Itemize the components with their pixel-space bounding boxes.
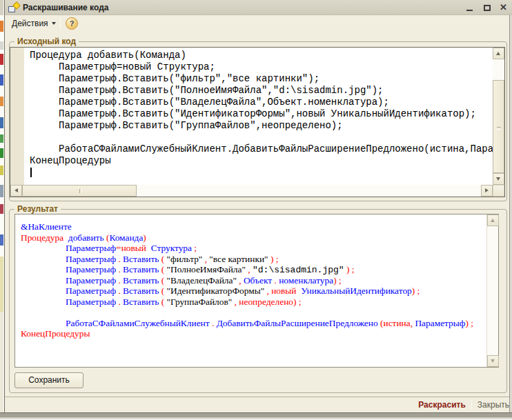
arrow-up-icon [496, 52, 500, 55]
background-fragment [0, 41, 3, 50]
background-fragment [0, 204, 3, 214]
thumb-grip [497, 127, 501, 130]
scroll-down-button[interactable] [493, 173, 504, 185]
toolbar: Действия ? [5, 15, 512, 32]
maximize-icon [484, 5, 491, 11]
colorize-button[interactable]: Раскрасить [418, 400, 466, 410]
help-icon: ? [70, 19, 75, 28]
source-code-text[interactable]: Процедура добавить(Команда) Параметрыф=н… [24, 48, 493, 185]
background-fragment [0, 234, 3, 246]
dialog-window: Раскрашивание кода ✕ Действия ? Исходный… [4, 0, 512, 412]
window-icon [8, 1, 20, 14]
scroll-up-button[interactable] [493, 48, 504, 59]
background-fragment [0, 0, 3, 15]
background-fragment [0, 54, 3, 65]
actions-label: Действия [12, 19, 48, 28]
arrow-down-icon [491, 359, 495, 363]
scroll-up-button[interactable] [487, 214, 499, 226]
background-fragment [0, 21, 3, 32]
toolbar-separator [60, 18, 61, 30]
scroll-left-button[interactable] [10, 185, 22, 197]
save-button[interactable]: Сохранить [14, 372, 83, 388]
source-horizontal-scrollbar[interactable] [10, 185, 493, 197]
background-fragment [0, 257, 3, 312]
scrollbar-track[interactable] [493, 59, 504, 80]
scrollbar-thumb[interactable] [493, 80, 504, 173]
background-fragment [0, 166, 3, 175]
text-caret [30, 168, 32, 177]
arrow-left-icon [14, 188, 18, 192]
scrollbar-track[interactable] [137, 185, 481, 197]
background-fragment [0, 312, 3, 412]
result-vertical-scrollbar[interactable] [486, 214, 498, 367]
scrollbar-corner [493, 185, 504, 197]
dropdown-arrow-icon [52, 22, 56, 25]
result-html-view[interactable]: &НаКлиентеПроцедура добавить (Команда)Па… [14, 214, 499, 368]
background-fragment [0, 117, 3, 128]
thumb-grip [79, 189, 82, 193]
window-title: Раскрашивание кода [23, 3, 108, 12]
window-frame-right [509, 15, 512, 412]
scroll-down-button[interactable] [487, 355, 499, 367]
background-fragment [0, 185, 3, 197]
arrow-right-icon [485, 188, 489, 192]
window-frame-bottom [0, 412, 512, 420]
footer-separator [5, 397, 512, 397]
close-footer-button[interactable]: Закрыть [477, 400, 509, 410]
background-fragment [0, 74, 3, 86]
background-fragment [0, 97, 3, 106]
help-button[interactable]: ? [66, 17, 78, 30]
actions-menu-button[interactable]: Действия [8, 17, 60, 30]
result-group-label: Результат [14, 205, 61, 214]
source-code-editor[interactable]: Процедура добавить(Команда) Параметрыф=н… [10, 47, 505, 197]
minimize-button[interactable] [464, 2, 475, 13]
scroll-right-button[interactable] [481, 185, 493, 197]
minimize-icon [466, 10, 473, 11]
footer-command-bar: Раскрасить Закрыть [418, 398, 509, 412]
source-group-label: Исходный код [14, 37, 79, 46]
result-code-text: &НаКлиентеПроцедура добавить (Команда)Па… [21, 221, 483, 339]
background-fragment [0, 134, 3, 143]
close-icon: ✕ [500, 2, 507, 12]
arrow-down-icon [496, 177, 500, 181]
background-fragment [0, 148, 3, 158]
maximize-button[interactable] [482, 2, 493, 13]
arrow-up-icon [491, 219, 495, 222]
editor-gutter [10, 48, 24, 185]
source-vertical-scrollbar[interactable] [493, 48, 504, 185]
close-button[interactable]: ✕ [499, 2, 510, 13]
scrollbar-track[interactable] [487, 226, 498, 355]
footer-divider [471, 399, 472, 410]
title-bar[interactable]: Раскрашивание кода ✕ [5, 0, 512, 15]
scrollbar-thumb[interactable] [22, 185, 137, 197]
